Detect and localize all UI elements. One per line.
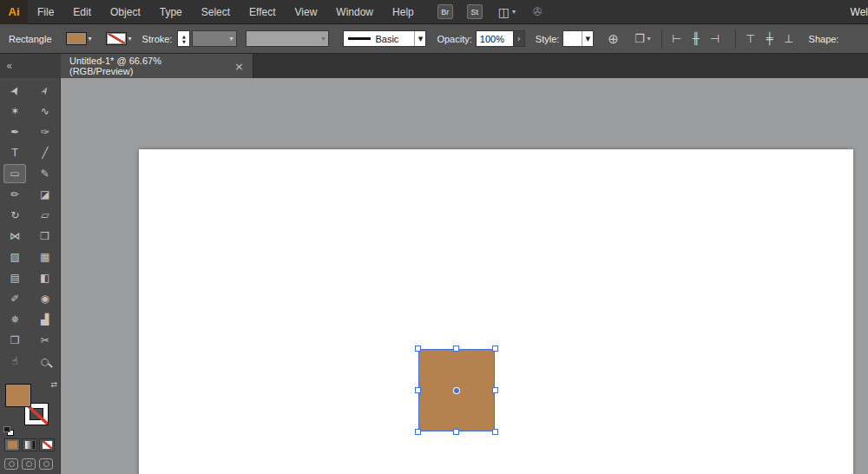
opacity-input[interactable]: 100% (476, 30, 514, 47)
menu-file[interactable]: File (28, 0, 63, 24)
arrange-control[interactable]: ❐ ▾ (635, 32, 651, 45)
bridge-badge[interactable]: Br (437, 4, 453, 19)
selection-handle-e[interactable] (492, 387, 498, 393)
selection-handle-n[interactable] (453, 346, 459, 352)
menu-type[interactable]: Type (150, 0, 192, 24)
stroke-weight-dropdown[interactable]: ▾ (192, 30, 237, 47)
menu-edit[interactable]: Edit (63, 0, 101, 24)
sync-icon[interactable]: ✇ (533, 5, 542, 18)
type-tool[interactable]: T (2, 142, 28, 163)
divider (661, 30, 662, 49)
align-bottom-icon[interactable]: ⊥ (779, 32, 799, 45)
menu-window[interactable]: Window (326, 0, 383, 24)
selection-handle-s[interactable] (453, 429, 459, 435)
collapse-panel-icon[interactable]: « (6, 60, 12, 72)
draw-inside-button[interactable] (39, 458, 53, 470)
selection-tool[interactable]: ➤ (2, 80, 28, 101)
lasso-tool[interactable]: ∿ (32, 101, 58, 122)
color-button-swatch (8, 441, 17, 449)
stroke-color-control[interactable]: ▾ (106, 32, 132, 45)
selection-center-point[interactable] (454, 388, 459, 393)
fill-color-swatch[interactable] (66, 32, 87, 45)
mesh-tool[interactable]: ▤ (2, 267, 28, 288)
mesh-icon: ▤ (10, 272, 20, 284)
eyedropper-tool[interactable]: ✐ (2, 288, 28, 309)
blend-tool[interactable]: ◉ (32, 288, 58, 309)
align-top-icon[interactable]: ⊤ (741, 32, 760, 45)
selection-handle-w[interactable] (415, 387, 421, 393)
menu-select[interactable]: Select (192, 0, 240, 24)
variable-width-profile-dropdown[interactable]: ▾ (246, 30, 329, 47)
free-transform-tool[interactable]: ❒ (32, 226, 58, 247)
symbol-sprayer-icon: ✵ (10, 313, 19, 326)
shaper-tool[interactable]: ✏ (2, 184, 28, 205)
column-graph-tool[interactable]: ▟ (32, 309, 58, 330)
chevron-down-icon[interactable]: ▾ (582, 31, 593, 46)
color-button[interactable] (4, 438, 20, 451)
default-fill-stroke-icon[interactable] (3, 426, 14, 436)
rectangle-tool[interactable]: ▭ (3, 164, 26, 183)
direct-selection-tool[interactable]: ➢ (32, 80, 58, 101)
selection-handle-se[interactable] (492, 429, 498, 435)
menu-view[interactable]: View (286, 0, 327, 24)
gradient-tool[interactable]: ◧ (32, 267, 58, 288)
fill-color-control[interactable]: ▾ (66, 32, 92, 45)
arrange-icon: ❐ (635, 32, 645, 45)
chevron-down-icon[interactable]: ▾ (89, 35, 92, 43)
stepper-down-icon[interactable]: ▼ (182, 39, 186, 44)
chevron-down-icon[interactable]: ▾ (128, 35, 132, 43)
artboard[interactable] (139, 149, 853, 474)
symbol-sprayer-tool[interactable]: ✵ (2, 309, 28, 330)
perspective-grid-tool[interactable]: ▦ (32, 247, 58, 267)
align-vertical-center-icon[interactable]: ╪ (760, 32, 779, 45)
selected-rectangle[interactable] (418, 349, 495, 431)
direct-selection-tool-icon: ➢ (37, 83, 53, 98)
workspace-switcher-partial[interactable]: Wel (844, 6, 868, 18)
style-label: Style: (536, 34, 560, 44)
draw-normal-button[interactable] (4, 458, 18, 470)
graphic-style-dropdown[interactable]: ▾ (562, 30, 594, 47)
opacity-panel-arrow[interactable]: › (514, 30, 525, 47)
divider (735, 30, 736, 49)
menu-effect[interactable]: Effect (240, 0, 285, 24)
magic-wand-tool[interactable]: ✶ (2, 101, 28, 122)
selection-handle-sw[interactable] (415, 429, 421, 435)
canvas[interactable] (61, 78, 868, 474)
tools-grid: ➤ ➢ ✶ ∿ ✒ ✑ T ╱ ▭ ✎ ✏ ◪ ↻ ▱ ⋈ ❒ ▨ ▦ ▤ ◧ … (0, 78, 60, 372)
workspace-layout-control[interactable]: ◫ ▾ (498, 5, 516, 19)
stroke-weight-stepper[interactable]: ▲ ▼ (177, 30, 190, 47)
close-tab-icon[interactable]: × (234, 60, 244, 73)
selection-handle-ne[interactable] (492, 346, 498, 352)
zoom-tool[interactable]: ○ (32, 351, 58, 372)
width-tool[interactable]: ⋈ (2, 226, 28, 247)
brush-definition-dropdown[interactable]: Basic ▾ (343, 30, 426, 47)
pen-tool[interactable]: ✒ (2, 122, 28, 142)
hand-tool[interactable]: ☝ (2, 351, 28, 372)
gradient-button[interactable] (22, 438, 37, 451)
chevron-down-icon[interactable]: ▾ (414, 31, 425, 46)
none-button[interactable] (39, 438, 55, 451)
align-left-icon[interactable]: ⊢ (667, 32, 687, 45)
eraser-tool[interactable]: ◪ (32, 184, 58, 205)
slice-tool[interactable]: ✂ (32, 330, 58, 351)
rotate-tool[interactable]: ↻ (2, 205, 28, 226)
artboard-tool[interactable]: ❐ (2, 330, 28, 351)
stock-badge[interactable]: St (467, 4, 483, 19)
brush-stroke-preview (348, 37, 371, 40)
document-tab[interactable]: Untitled-1* @ 66.67% (RGB/Preview) × (61, 54, 253, 78)
draw-behind-button[interactable] (22, 458, 36, 470)
selection-handle-nw[interactable] (415, 346, 421, 352)
curvature-tool[interactable]: ✑ (32, 122, 58, 142)
fill-swatch[interactable] (5, 384, 31, 407)
line-segment-tool[interactable]: ╱ (32, 142, 58, 163)
document-setup-globe-icon[interactable]: ⊕ (608, 31, 619, 47)
shape-builder-tool[interactable]: ▨ (2, 247, 28, 267)
align-horizontal-center-icon[interactable]: ╫ (687, 32, 706, 45)
menu-object[interactable]: Object (101, 0, 150, 24)
align-right-icon[interactable]: ⊣ (706, 32, 725, 45)
scale-tool[interactable]: ▱ (32, 205, 58, 226)
stroke-none-swatch[interactable] (106, 32, 127, 45)
menu-help[interactable]: Help (383, 0, 424, 24)
swap-fill-stroke-icon[interactable]: ⇄ (50, 380, 57, 389)
paintbrush-tool[interactable]: ✎ (32, 163, 58, 184)
